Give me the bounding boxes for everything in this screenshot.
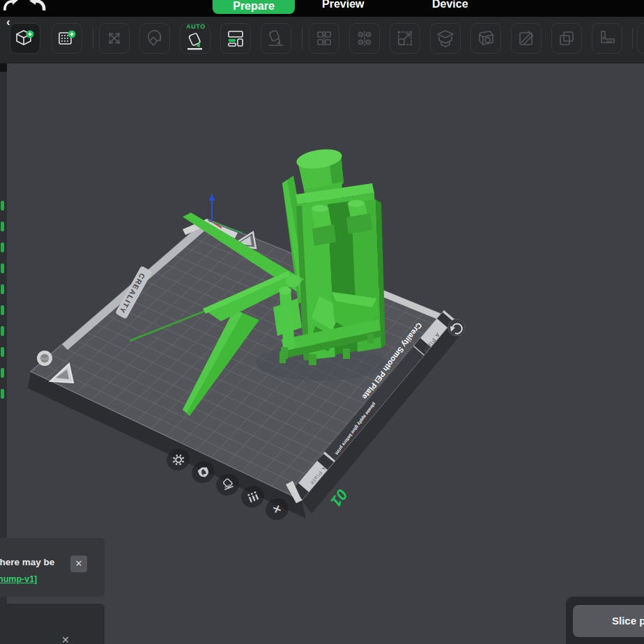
tab-prepare[interactable]: Prepare	[213, 0, 295, 14]
hollow-icon	[476, 29, 496, 48]
more-tools-button[interactable]	[637, 23, 644, 54]
left-panel-notch	[0, 63, 7, 72]
scale-button[interactable]	[390, 23, 420, 54]
shield-icon	[196, 465, 210, 480]
warning-toast: there may be ✕ hump-v1]	[0, 538, 105, 597]
warning-text: there may be	[0, 557, 54, 567]
add-plate-button[interactable]	[52, 23, 82, 54]
redo-icon[interactable]	[29, 0, 47, 11]
move-button[interactable]	[99, 23, 130, 54]
object-list-marker	[1, 263, 4, 273]
arrange-button[interactable]	[220, 23, 251, 54]
auto-arrange-icon: auto	[219, 476, 237, 493]
tab-device[interactable]: Device	[432, 0, 468, 10]
secondary-toast-close-button[interactable]: ✕	[61, 634, 70, 644]
arrange-icon	[227, 29, 245, 47]
lay-on-face-icon	[266, 29, 286, 48]
split-to-objects-button[interactable]	[309, 23, 339, 54]
secondary-toast: ✕	[0, 604, 105, 644]
auto-orient-icon	[185, 31, 205, 52]
object-list-marker	[1, 326, 4, 336]
warning-close-button[interactable]: ✕	[70, 555, 87, 572]
auto-orient-badge: AUTO	[181, 23, 211, 30]
plate-refresh-button[interactable]	[448, 319, 465, 336]
warning-link[interactable]: hump-v1]	[0, 574, 37, 584]
object-list-marker	[1, 389, 4, 399]
object-list-marker	[1, 222, 4, 231]
object-list-marker	[1, 243, 4, 252]
toolbar-separator	[632, 28, 633, 49]
clone-icon	[558, 29, 576, 47]
lay-on-face-button[interactable]	[261, 23, 291, 54]
undo-icon[interactable]	[2, 0, 20, 11]
top-bar: Prepare Preview Device	[0, 0, 644, 17]
build-plate[interactable]: CREALITY A Plate Creality Smooth PEI Pla…	[31, 219, 454, 503]
slice-plate-button-label: Slice p	[612, 615, 644, 627]
add-model-icon	[15, 29, 36, 48]
split-to-objects-icon	[315, 29, 333, 47]
split-to-parts-button[interactable]	[349, 23, 380, 54]
gear-icon	[170, 452, 186, 467]
toolbar-separator	[302, 28, 302, 49]
toolbar-separator	[93, 28, 93, 49]
add-plate-icon	[56, 29, 77, 48]
seam-paint-icon	[517, 29, 535, 47]
slice-button-container: Slice p	[566, 597, 644, 644]
rotate-icon	[146, 29, 164, 47]
collapse-panel-chevron-icon[interactable]: ‹	[6, 15, 10, 29]
auto-orient-button[interactable]: AUTO	[180, 23, 210, 54]
rotate-button[interactable]	[139, 23, 170, 54]
scale-icon	[396, 29, 414, 47]
measure-icon	[598, 29, 616, 47]
object-list-marker	[1, 284, 4, 294]
object-list-marker	[1, 347, 4, 357]
app-window: Prepare Preview Device	[0, 0, 644, 644]
object-list-marker	[1, 368, 4, 378]
clone-button[interactable]	[551, 23, 582, 54]
add-model-button[interactable]	[10, 23, 40, 54]
move-icon	[105, 29, 123, 47]
slice-plate-button[interactable]: Slice p	[573, 605, 644, 637]
measure-button[interactable]	[592, 23, 622, 54]
list-icon	[245, 490, 259, 504]
object-list-marker	[1, 201, 4, 210]
main-toolbar: AUTO	[0, 17, 644, 63]
seam-paint-button[interactable]	[511, 23, 542, 54]
hollow-button[interactable]	[470, 23, 501, 54]
object-list-marker	[1, 305, 4, 315]
split-to-parts-icon	[355, 29, 374, 47]
cut-button[interactable]	[430, 23, 461, 54]
cut-icon	[436, 29, 455, 48]
close-icon: ✕	[271, 503, 283, 516]
tab-preview[interactable]: Preview	[322, 0, 364, 10]
